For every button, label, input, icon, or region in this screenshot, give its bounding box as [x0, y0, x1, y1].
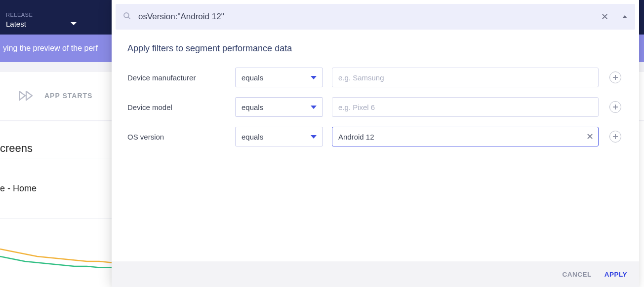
- banner-text: ying the preview of the perf: [3, 44, 98, 53]
- operator-value: equals: [242, 73, 263, 82]
- chevron-down-icon: [311, 135, 317, 139]
- filter-value-input[interactable]: [332, 97, 599, 117]
- add-filter-button[interactable]: [609, 101, 621, 113]
- value-input-wrap: [332, 68, 599, 87]
- list-item-label: e - Home: [0, 183, 37, 194]
- clear-search-button[interactable]: ✕: [597, 9, 612, 24]
- release-label: RELEASE: [6, 12, 77, 18]
- operator-value: equals: [242, 103, 263, 111]
- apply-button[interactable]: APPLY: [604, 271, 627, 278]
- operator-select[interactable]: equals: [235, 127, 323, 146]
- play-forward-icon: [19, 90, 36, 102]
- collapse-icon[interactable]: [622, 15, 627, 18]
- release-selector[interactable]: RELEASE Latest: [6, 7, 77, 28]
- release-value: Latest: [6, 20, 26, 28]
- cancel-button[interactable]: CANCEL: [562, 271, 591, 278]
- svg-line-1: [128, 17, 130, 19]
- value-input-wrap: [332, 97, 599, 117]
- filter-row: Device manufacturerequals: [112, 63, 639, 92]
- filter-modal: ✕ Apply filters to segment performance d…: [112, 0, 639, 287]
- filter-label: Device model: [127, 103, 226, 111]
- chevron-down-icon: [71, 22, 77, 25]
- filter-search[interactable]: ✕: [116, 4, 635, 30]
- filter-row: OS versionequals✕: [112, 122, 639, 151]
- filter-label: OS version: [127, 133, 226, 141]
- add-filter-button[interactable]: [609, 72, 621, 83]
- operator-value: equals: [242, 133, 263, 141]
- operator-select[interactable]: equals: [235, 68, 323, 87]
- tab-label: APP STARTS: [44, 92, 92, 100]
- add-filter-button[interactable]: [609, 131, 621, 143]
- operator-select[interactable]: equals: [235, 97, 323, 117]
- chevron-down-icon: [311, 106, 317, 109]
- filter-search-input[interactable]: [138, 12, 590, 22]
- filter-value-input[interactable]: [332, 68, 599, 87]
- filter-label: Device manufacturer: [127, 73, 226, 82]
- filter-row: Device modelequals: [112, 92, 639, 122]
- filter-value-input[interactable]: [332, 127, 599, 146]
- value-input-wrap: ✕: [332, 127, 599, 146]
- modal-title: Apply filters to segment performance dat…: [112, 30, 639, 63]
- search-icon: [122, 11, 131, 22]
- chevron-down-icon: [311, 76, 317, 79]
- clear-value-button[interactable]: ✕: [586, 132, 594, 141]
- list-item[interactable]: e - Home: [0, 158, 112, 219]
- sparkline-chart: [0, 232, 112, 281]
- modal-footer: CANCEL APPLY: [112, 261, 639, 287]
